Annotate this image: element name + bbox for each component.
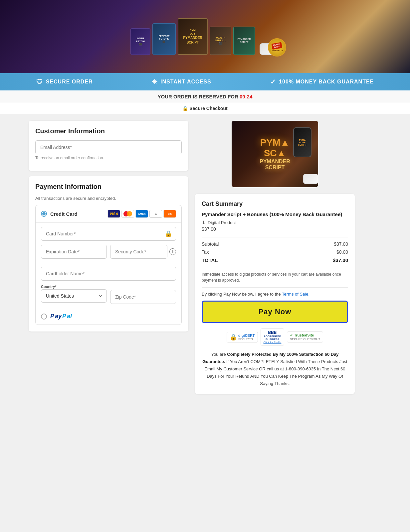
total-row: TOTAL $37.00 <box>202 257 348 263</box>
credit-card-label: Credit Card <box>50 211 104 217</box>
trustedsite-secure: SECURE CHECKOUT <box>290 337 320 341</box>
security-code-input[interactable] <box>110 245 167 259</box>
cardholder-input[interactable] <box>41 267 176 281</box>
right-column: PYM▲SC▲ PYMANDERSCRIPT PYMANDERSCRIPT Ca… <box>195 121 355 394</box>
digicert-text: digiCERT SECURED <box>238 333 255 341</box>
cart-title: Cart Summary <box>202 200 348 207</box>
divider-3 <box>202 287 348 288</box>
download-icon: ⬇ <box>202 220 206 225</box>
money-back-ribbon: MONEYBACK <box>272 42 283 50</box>
bbb-badge[interactable]: BBB ACCREDITED BUSINESS Click for Profil… <box>261 329 285 345</box>
book-pymander-script: PYMANDERSCRIPT <box>233 27 255 55</box>
email-hint: To receive an email order confirmation. <box>35 156 182 160</box>
security-code-info-icon[interactable]: ℹ <box>169 248 176 255</box>
product-stack: INNERPSYCHI⬛ PERFECTFUTURE⬛ PYMSC▲PYMAND… <box>130 18 276 55</box>
country-select[interactable]: United States Canada United Kingdom <box>41 289 107 303</box>
digicert-badge[interactable]: 🔒 digiCERT SECURED <box>227 332 258 342</box>
product-image-container: PYM▲SC▲ PYMANDERSCRIPT PYMANDERSCRIPT <box>195 121 355 187</box>
timer-bar: YOUR ORDER IS RESERVED FOR 09:24 <box>0 90 410 103</box>
product-image-content: PYM▲SC▲ PYMANDERSCRIPT <box>260 137 290 171</box>
trust-badges: 🔒 digiCERT SECURED BBB ACCREDITED BUSINE… <box>202 329 348 345</box>
trust-bar: 🛡 SECURE ORDER ✳ INSTANT ACCESS ✓ 100% M… <box>0 73 410 90</box>
payment-methods: Credit Card VISA AMEX ① DIS <box>35 205 182 325</box>
digicert-lock-icon: 🔒 <box>230 333 237 341</box>
security-code-wrapper: ℹ <box>110 245 176 259</box>
trustedsite-badge[interactable]: ✓ TrustedSite SECURE CHECKOUT <box>287 332 323 342</box>
credit-card-radio[interactable] <box>41 211 47 217</box>
diners-icon: ① <box>149 210 162 218</box>
guarantee-text-1: You are <box>211 352 227 357</box>
product-image: PYM▲SC▲ PYMANDERSCRIPT PYMANDERSCRIPT <box>232 121 318 187</box>
cursor-icon: ✳ <box>152 78 158 86</box>
product-price: $37.00 <box>202 226 348 232</box>
zip-input[interactable] <box>110 290 176 304</box>
bbb-click-profile[interactable]: Click for Profile <box>264 341 282 344</box>
guarantee-badge: MONEYBACK GUARANTEE <box>268 38 286 57</box>
trust-secure-label: SECURE ORDER <box>46 79 93 85</box>
payment-info-card: Payment Information All transactions are… <box>29 176 188 332</box>
digicert-secured: SECURED <box>238 337 255 341</box>
book-inner-psychi: INNERPSYCHI⬛ <box>130 28 150 55</box>
email-input[interactable] <box>35 140 182 154</box>
digital-badge: ⬇ Digital Product <box>202 220 348 225</box>
paypal-icon: P <box>50 313 54 320</box>
payment-info-title: Payment Information <box>35 183 182 191</box>
card-fields-row: ℹ <box>41 245 176 263</box>
subtotal-label: Subtotal <box>202 241 219 247</box>
expiration-group <box>41 245 107 259</box>
credit-card-option[interactable]: Credit Card VISA AMEX ① DIS <box>36 205 181 223</box>
timer-value: 09:24 <box>240 94 252 99</box>
tax-row: Tax $0.00 <box>202 249 348 255</box>
paypal-al: al <box>67 313 72 320</box>
amex-icon: AMEX <box>135 210 148 218</box>
card-number-group: 🔒 <box>41 227 176 241</box>
tax-value: $0.00 <box>336 249 348 255</box>
secure-checkout-label: 🔒 Secure Checkout <box>182 106 227 111</box>
cart-summary-section: Cart Summary Pymander Script + Bonuses (… <box>195 194 355 394</box>
paypal-option[interactable]: P ay P al <box>36 308 181 325</box>
payment-subtitle: All transactions are secure and encrypte… <box>35 196 182 201</box>
guarantee-text-2: If You Aren't COMPLETELY Satisfied With … <box>226 359 347 364</box>
cardholder-group <box>41 267 176 281</box>
email-field-group: To receive an email order confirmation. <box>35 140 182 160</box>
book-perfect-future: PERFECTFUTURE⬛ <box>152 23 176 55</box>
bbb-business: BUSINESS <box>266 338 279 341</box>
shield-icon: 🛡 <box>36 78 43 86</box>
terms-link[interactable]: Terms of Sale. <box>282 292 309 297</box>
lock-icon: 🔒 <box>165 230 172 237</box>
card-icons: VISA AMEX ① DIS <box>107 210 176 218</box>
trust-item-guarantee: ✓ 100% MONEY BACK GUARANTEE <box>270 78 374 86</box>
pay-now-button[interactable]: Pay Now <box>202 301 348 323</box>
total-value: $37.00 <box>333 257 348 263</box>
guarantee-contact-link[interactable]: Email My Customer Service OR call us at … <box>204 366 316 371</box>
bbb-icon: BBB <box>268 330 277 335</box>
country-zip-row: Country* United States Canada United Kin… <box>41 285 176 304</box>
trustedsite-check: ✓ TrustedSite <box>290 333 320 337</box>
mastercard-icon <box>121 210 134 218</box>
country-label: Country* <box>41 285 107 289</box>
expiration-input[interactable] <box>41 245 107 259</box>
card-number-input[interactable] <box>41 227 176 241</box>
trust-instant-label: INSTANT ACCESS <box>160 79 211 85</box>
terms-notice: By clicking Pay Now below, I agree to th… <box>202 292 348 297</box>
visa-icon: VISA <box>107 210 120 218</box>
trust-item-instant: ✳ INSTANT ACCESS <box>152 78 211 86</box>
security-code-group: ℹ <box>110 245 176 259</box>
timer-label: YOUR ORDER IS RESERVED FOR <box>158 94 240 99</box>
secure-checkout-bar: 🔒 Secure Checkout <box>0 103 410 114</box>
customer-info-card: Customer Information To receive an email… <box>29 121 188 171</box>
terms-text: By clicking Pay Now below, I agree to th… <box>202 292 282 297</box>
trust-item-secure: 🛡 SECURE ORDER <box>36 78 93 86</box>
paypal-radio[interactable] <box>41 314 47 320</box>
hero-banner: INNERPSYCHI⬛ PERFECTFUTURE⬛ PYMSC▲PYMAND… <box>0 0 410 73</box>
divider-1 <box>202 237 348 237</box>
card-number-row: 🔒 <box>41 227 176 241</box>
divider-2 <box>202 267 348 267</box>
zip-wrap <box>110 285 176 304</box>
bbb-accredited: ACCREDITED <box>264 335 281 338</box>
access-notice: Immediate access to digital products or … <box>202 271 348 283</box>
hero-content: INNERPSYCHI⬛ PERFECTFUTURE⬛ PYMSC▲PYMAND… <box>130 18 280 55</box>
subtotal-row: Subtotal $37.00 <box>202 241 348 247</box>
subtotal-value: $37.00 <box>334 241 348 247</box>
paypal-label: ay <box>55 313 62 320</box>
